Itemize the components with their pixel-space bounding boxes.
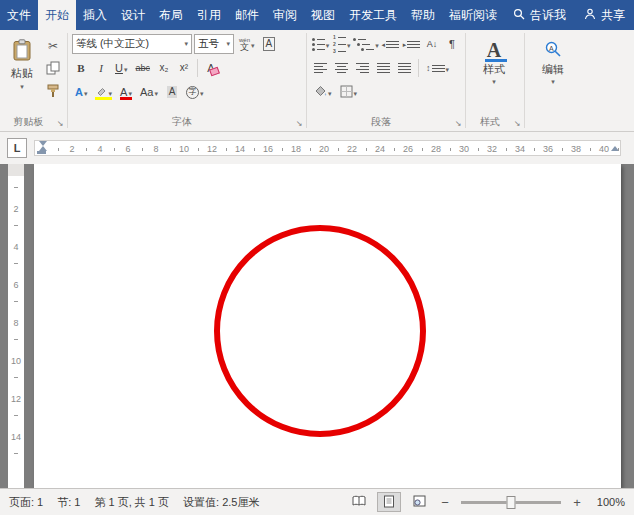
text-effects-button[interactable]: A — [72, 82, 90, 102]
v-ruler-number: 2 — [8, 204, 24, 214]
justify-button[interactable] — [374, 58, 393, 78]
status-page-number[interactable]: 页面: 1 — [9, 495, 43, 510]
subscript-button[interactable]: x₂ — [155, 58, 173, 78]
share-button[interactable]: 共享 — [575, 0, 634, 30]
zoom-level[interactable]: 100% — [591, 496, 625, 508]
chevron-down-icon — [325, 39, 330, 50]
distribute-button[interactable] — [395, 58, 414, 78]
tell-me-search[interactable]: 告诉我 — [504, 0, 575, 30]
v-ruler-number: 14 — [8, 432, 24, 442]
change-case-button[interactable]: Aa — [137, 82, 161, 102]
zoom-in-button[interactable]: + — [569, 492, 585, 512]
styles-dialog-launcher-icon[interactable] — [512, 119, 522, 129]
superscript-button[interactable]: x² — [175, 58, 193, 78]
clipboard-group-label: 剪贴板 — [0, 115, 57, 129]
zoom-out-button[interactable]: − — [437, 492, 453, 512]
v-ruler-strip[interactable]: 2468101214 — [8, 164, 24, 488]
paint-bucket-icon — [314, 85, 327, 100]
show-hide-marks-button[interactable]: ¶ — [443, 34, 461, 54]
h-ruler-number: 28 — [431, 143, 441, 155]
v-ruler-tick — [14, 263, 18, 264]
line-spacing-button[interactable]: ↕ — [423, 58, 452, 78]
align-center-button[interactable] — [332, 58, 351, 78]
tab-布局[interactable]: 布局 — [152, 0, 190, 30]
status-bar: 页面: 1 节: 1 第 1 页, 共 1 页 设置值: 2.5厘米 − + 1… — [0, 488, 634, 515]
tab-开始[interactable]: 开始 — [38, 0, 76, 30]
share-label: 共享 — [601, 7, 625, 24]
copy-button[interactable] — [43, 59, 63, 79]
chevron-down-icon — [374, 39, 379, 50]
character-shading-button[interactable]: A — [163, 82, 181, 102]
increase-indent-button[interactable]: ▸ — [402, 34, 421, 54]
italic-button[interactable]: I — [92, 58, 110, 78]
ribbon-tab-bar: 文件开始插入设计布局引用邮件审阅视图开发工具帮助福昕阅读 — [0, 0, 504, 30]
editing-button[interactable]: A 编辑 — [529, 33, 577, 113]
clipboard-dialog-launcher-icon[interactable] — [55, 119, 65, 129]
underline-button[interactable]: U — [112, 58, 130, 78]
enclose-characters-button[interactable]: 字 — [183, 82, 207, 102]
sort-button[interactable]: A↓ — [423, 34, 441, 54]
clipboard-icon — [13, 39, 31, 63]
status-section[interactable]: 节: 1 — [57, 495, 80, 510]
phonetic-guide-button[interactable]: wén 文 — [236, 34, 258, 54]
h-ruler-number: 24 — [375, 143, 385, 155]
numbering-button[interactable] — [332, 34, 351, 54]
tab-文件[interactable]: 文件 — [0, 0, 38, 30]
svg-text:A: A — [549, 45, 554, 52]
zoom-slider-thumb[interactable] — [507, 496, 516, 509]
page-layout-icon — [383, 495, 395, 510]
web-layout-button[interactable] — [407, 492, 431, 512]
font-color-button[interactable]: A — [117, 82, 135, 102]
tab-邮件[interactable]: 邮件 — [228, 0, 266, 30]
multilevel-list-button[interactable] — [353, 34, 378, 54]
h-ruler-number: 30 — [459, 143, 469, 155]
document-page[interactable] — [34, 164, 621, 488]
bold-button[interactable]: B — [72, 58, 90, 78]
paste-button[interactable]: 粘贴 — [4, 33, 40, 113]
decrease-indent-button[interactable]: ◂ — [381, 34, 400, 54]
tab-引用[interactable]: 引用 — [190, 0, 228, 30]
clear-formatting-button[interactable]: A — [202, 58, 220, 78]
character-border-button[interactable]: A — [260, 34, 279, 54]
justify-icon — [377, 63, 390, 73]
h-ruler-number: 38 — [571, 143, 581, 155]
red-circle[interactable] — [214, 225, 426, 437]
indent-icon: ▸ — [403, 41, 421, 48]
highlight-color-bar — [95, 97, 112, 100]
tab-插入[interactable]: 插入 — [76, 0, 114, 30]
tab-设计[interactable]: 设计 — [114, 0, 152, 30]
status-setting-value[interactable]: 设置值: 2.5厘米 — [183, 495, 259, 510]
strikethrough-button[interactable]: abc — [132, 58, 153, 78]
tab-开发工具[interactable]: 开发工具 — [342, 0, 404, 30]
zoom-slider[interactable] — [461, 501, 561, 504]
tab-帮助[interactable]: 帮助 — [404, 0, 442, 30]
font-size-combobox[interactable]: 五号 — [194, 34, 234, 54]
tab-福昕阅读[interactable]: 福昕阅读 — [442, 0, 504, 30]
tab-审阅[interactable]: 审阅 — [266, 0, 304, 30]
v-ruler-number: 8 — [8, 318, 24, 328]
read-mode-button[interactable] — [347, 492, 371, 512]
print-layout-button[interactable] — [377, 492, 401, 512]
h-ruler-strip[interactable]: 246810121416182022242628303234363840 — [34, 140, 621, 156]
font-name-combobox[interactable]: 等线 (中文正文) — [72, 34, 192, 54]
styles-button[interactable]: A 样式 — [470, 33, 518, 113]
shading-button[interactable] — [311, 82, 335, 102]
tab-stop-selector[interactable]: L — [7, 138, 27, 158]
align-left-icon — [314, 63, 327, 73]
tell-me-label: 告诉我 — [530, 7, 566, 24]
left-indent-marker[interactable] — [37, 151, 46, 154]
font-dialog-launcher-icon[interactable] — [294, 119, 304, 129]
align-right-button[interactable] — [353, 58, 372, 78]
paragraph-dialog-launcher-icon[interactable] — [453, 119, 463, 129]
tab-视图[interactable]: 视图 — [304, 0, 342, 30]
cut-button[interactable]: ✂ — [43, 36, 63, 56]
h-ruler-tick — [394, 148, 395, 151]
status-page-count[interactable]: 第 1 页, 共 1 页 — [94, 495, 169, 510]
format-painter-button[interactable] — [43, 82, 63, 102]
bullets-button[interactable] — [311, 34, 330, 54]
text-highlight-button[interactable] — [92, 82, 115, 102]
h-ruler-number: 22 — [347, 143, 357, 155]
align-left-button[interactable] — [311, 58, 330, 78]
borders-button[interactable] — [337, 82, 361, 102]
h-ruler-number: 20 — [319, 143, 329, 155]
